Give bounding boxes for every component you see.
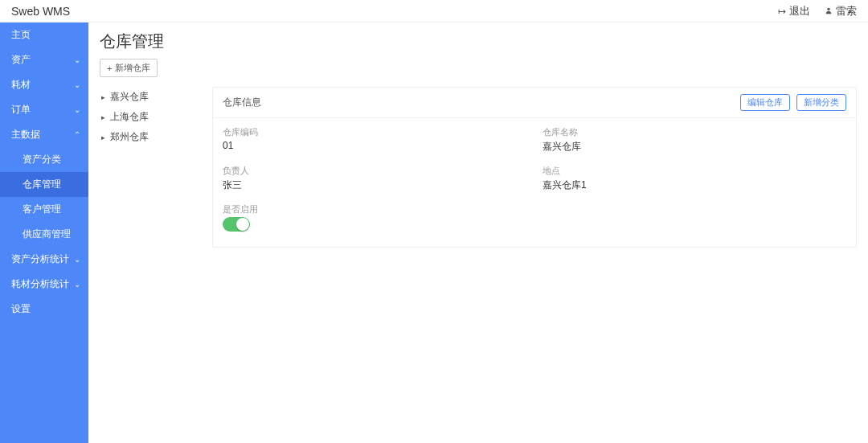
sidebar-item-label: 主页 <box>11 28 31 42</box>
user-button[interactable]: 雷索 <box>825 4 857 18</box>
new-category-button[interactable]: 新增分类 <box>796 94 846 111</box>
sidebar-item-home[interactable]: 主页 <box>0 23 88 47</box>
sidebar-item-masterdata[interactable]: 主数据 ⌃ <box>0 122 88 147</box>
tree-item-label: 嘉兴仓库 <box>110 90 149 104</box>
sidebar-sub-label: 资产分类 <box>23 153 61 166</box>
svg-point-0 <box>827 7 829 10</box>
logout-label: 退出 <box>789 4 810 18</box>
sidebar-item-consumables[interactable]: 耗材 ⌄ <box>0 72 88 97</box>
detail-header: 仓库信息 编辑仓库 新增分类 <box>213 88 856 118</box>
field-value-name: 嘉兴仓库 <box>542 138 846 157</box>
sidebar-item-label: 资产分析统计 <box>11 252 69 266</box>
add-warehouse-button[interactable]: + 新增仓库 <box>100 59 158 77</box>
sidebar-sub-customer-manage[interactable]: 客户管理 <box>0 197 88 222</box>
field-label-enabled: 是否启用 <box>223 195 526 215</box>
sidebar-item-orders[interactable]: 订单 ⌄ <box>0 97 88 122</box>
sidebar-item-label: 订单 <box>11 103 31 117</box>
field-label-owner: 负责人 <box>223 157 526 177</box>
enabled-toggle[interactable] <box>223 217 250 232</box>
chevron-down-icon: ⌄ <box>74 105 80 114</box>
sidebar-sub-label: 供应商管理 <box>23 228 71 241</box>
plus-icon: + <box>107 64 112 73</box>
chevron-up-icon: ⌃ <box>74 130 80 139</box>
field-label-name: 仓库名称 <box>542 118 846 138</box>
chevron-down-icon: ⌄ <box>74 255 80 264</box>
caret-right-icon: ▸ <box>101 93 105 101</box>
user-label: 雷索 <box>836 4 857 18</box>
sidebar-sub-label: 仓库管理 <box>23 178 61 191</box>
detail-body: 仓库编码 01 仓库名称 嘉兴仓库 负责人 张三 <box>213 118 856 247</box>
sidebar-sub-supplier-manage[interactable]: 供应商管理 <box>0 222 88 247</box>
sidebar-item-settings[interactable]: 设置 <box>0 297 88 322</box>
user-icon <box>825 6 833 17</box>
sidebar-sub-label: 客户管理 <box>23 203 61 216</box>
sidebar-item-label: 设置 <box>11 302 31 316</box>
sidebar-item-label: 耗材 <box>11 78 31 92</box>
sidebar-item-asset-analytics[interactable]: 资产分析统计 ⌄ <box>0 247 88 272</box>
field-value-location: 嘉兴仓库1 <box>542 177 846 195</box>
field-value-enabled <box>223 215 526 237</box>
chevron-down-icon: ⌄ <box>74 55 80 64</box>
toggle-knob <box>236 218 249 231</box>
add-warehouse-label: 新增仓库 <box>115 62 150 74</box>
topbar-actions: ↦ 退出 雷索 <box>778 4 857 18</box>
field-value-owner: 张三 <box>223 177 526 195</box>
logout-button[interactable]: ↦ 退出 <box>778 4 810 18</box>
topbar: Sweb WMS ↦ 退出 雷索 <box>0 0 868 23</box>
chevron-down-icon: ⌄ <box>74 280 80 289</box>
tree-item[interactable]: ▸ 郑州仓库 <box>100 127 204 147</box>
warehouse-detail: 仓库信息 编辑仓库 新增分类 仓库编码 01 <box>212 87 857 248</box>
chevron-down-icon: ⌄ <box>74 80 80 89</box>
sidebar: 主页 资产 ⌄ 耗材 ⌄ 订单 ⌄ 主数据 ⌃ 资产分类 <box>0 23 88 443</box>
brand-title: Sweb WMS <box>11 5 70 18</box>
field-label-location: 地点 <box>542 157 846 177</box>
edit-warehouse-button[interactable]: 编辑仓库 <box>740 94 790 111</box>
detail-header-actions: 编辑仓库 新增分类 <box>740 94 846 111</box>
sidebar-item-label: 资产 <box>11 53 31 67</box>
field-value-code: 01 <box>223 138 526 154</box>
sidebar-item-label: 主数据 <box>11 128 40 142</box>
caret-right-icon: ▸ <box>101 133 105 142</box>
sidebar-item-assets[interactable]: 资产 ⌄ <box>0 47 88 72</box>
sidebar-sub-warehouse-manage[interactable]: 仓库管理 <box>0 172 88 197</box>
tree-item-label: 上海仓库 <box>110 110 149 124</box>
content: 仓库管理 + 新增仓库 ▸ 嘉兴仓库 ▸ 上海仓库 ▸ <box>88 23 868 443</box>
tree-item[interactable]: ▸ 嘉兴仓库 <box>100 87 204 107</box>
field-label-code: 仓库编码 <box>223 118 526 138</box>
page-title: 仓库管理 <box>100 31 857 52</box>
caret-right-icon: ▸ <box>101 113 105 121</box>
sidebar-item-consumable-analytics[interactable]: 耗材分析统计 ⌄ <box>0 272 88 297</box>
detail-header-title: 仓库信息 <box>223 96 261 109</box>
logout-icon: ↦ <box>778 6 786 17</box>
tree-item[interactable]: ▸ 上海仓库 <box>100 107 204 127</box>
sidebar-item-label: 耗材分析统计 <box>11 277 69 291</box>
tree-item-label: 郑州仓库 <box>110 130 149 144</box>
sidebar-sub-asset-category[interactable]: 资产分类 <box>0 147 88 172</box>
warehouse-tree: ▸ 嘉兴仓库 ▸ 上海仓库 ▸ 郑州仓库 <box>100 87 204 248</box>
